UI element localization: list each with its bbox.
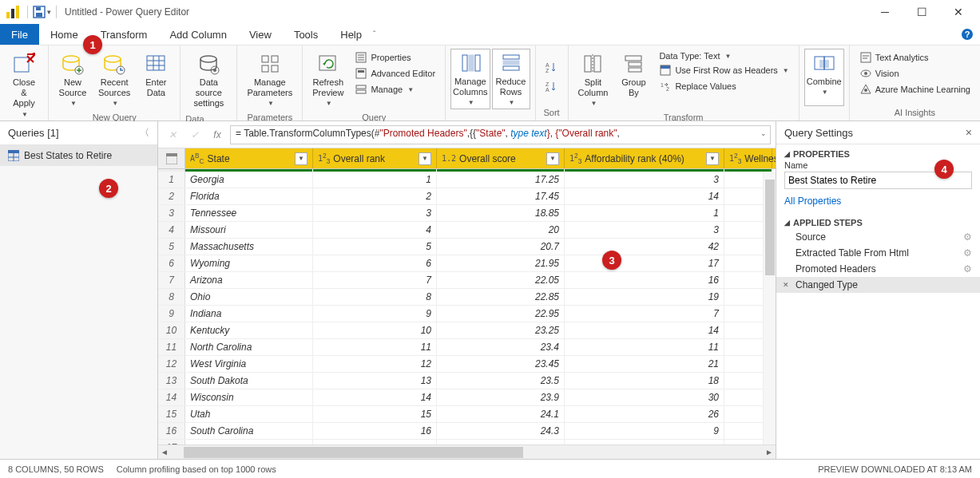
cell[interactable]: Indiana <box>185 306 313 322</box>
table-row[interactable]: 6Wyoming621.9517 <box>158 255 776 272</box>
table-row[interactable]: 10Kentucky1023.2514 <box>158 322 776 339</box>
cell[interactable]: 23.4 <box>437 339 565 355</box>
formula-input[interactable]: = Table.TransformColumnTypes(#"Promoted … <box>230 125 771 144</box>
combine-button[interactable]: Combine▼ <box>804 49 844 106</box>
cell[interactable]: Wisconsin <box>185 389 313 405</box>
formula-expand-icon[interactable]: ⌄ <box>760 129 767 137</box>
help-icon[interactable]: ? <box>961 24 974 45</box>
group-by-button[interactable]: Group By <box>614 49 653 111</box>
new-source-button[interactable]: New Source▼ <box>54 49 92 111</box>
cell[interactable]: Tennessee <box>185 205 313 221</box>
cell[interactable]: North Carolina <box>185 339 313 355</box>
close-window-button[interactable]: ✕ <box>940 0 977 24</box>
azure-ml-button[interactable]: Azure Machine Learning <box>858 82 972 97</box>
table-row[interactable]: 8Ohio822.8519 <box>158 289 776 306</box>
collapse-queries-icon[interactable]: 〈 <box>140 126 149 140</box>
cell[interactable]: 17 <box>565 255 724 271</box>
cell[interactable]: 18 <box>565 373 724 389</box>
cell[interactable]: 24.3 <box>437 423 565 439</box>
cell[interactable]: 3 <box>313 205 437 221</box>
table-row[interactable]: 1Georgia117.253 <box>158 172 776 188</box>
cell[interactable]: Utah <box>185 406 313 422</box>
vision-button[interactable]: Vision <box>858 66 972 81</box>
close-apply-button[interactable]: Close & Apply▼ <box>5 49 43 121</box>
cell[interactable]: 1 <box>565 205 724 221</box>
ribbon-collapse-chevron[interactable]: ˆ <box>373 24 375 45</box>
cell[interactable]: Wyoming <box>185 255 313 271</box>
sort-asc-button[interactable]: AZ <box>544 61 560 75</box>
recent-sources-button[interactable]: Recent Sources▼ <box>93 49 135 111</box>
column-filter-dropdown[interactable]: ▼ <box>546 152 559 165</box>
table-row[interactable]: 15Utah1524.126 <box>158 406 776 423</box>
table-row[interactable]: 14Wisconsin1423.930 <box>158 389 776 406</box>
help-menu[interactable]: Help <box>329 24 373 45</box>
cell[interactable]: 16 <box>565 272 724 288</box>
cell[interactable]: Ohio <box>185 289 313 305</box>
table-row[interactable]: 7Arizona722.0516 <box>158 272 776 289</box>
cell[interactable]: Missouri <box>185 222 313 238</box>
manage-parameters-button[interactable]: Manage Parameters▼ <box>242 49 297 111</box>
cell[interactable]: 23.45 <box>437 356 565 372</box>
home-menu[interactable]: Home <box>39 24 89 45</box>
cell[interactable]: 6 <box>313 255 437 271</box>
cell[interactable]: Arizona <box>185 272 313 288</box>
column-filter-dropdown[interactable]: ▼ <box>706 152 719 165</box>
query-item[interactable]: Best States to Retire <box>0 145 157 166</box>
cell[interactable]: 17.45 <box>437 188 565 204</box>
cell[interactable]: 42 <box>565 239 724 255</box>
enter-data-button[interactable]: Enter Data <box>137 49 175 111</box>
view-menu[interactable]: View <box>238 24 283 45</box>
cell[interactable]: 20 <box>437 222 565 238</box>
table-row[interactable]: 13South Dakota1323.518 <box>158 373 776 389</box>
cell[interactable]: 30 <box>565 389 724 405</box>
cell[interactable]: 21.95 <box>437 255 565 271</box>
cell[interactable]: 24.1 <box>437 406 565 422</box>
cell[interactable]: 3 <box>565 222 724 238</box>
close-settings-icon[interactable]: × <box>966 126 972 139</box>
sort-desc-button[interactable]: ZA <box>544 80 560 94</box>
cell[interactable]: 22.85 <box>437 289 565 305</box>
fx-icon[interactable]: fx <box>208 125 227 144</box>
table-row[interactable]: 3Tennessee318.851 <box>158 205 776 222</box>
applied-step[interactable]: Source⚙ <box>776 229 980 245</box>
save-icon[interactable] <box>33 6 46 18</box>
cell[interactable]: Kentucky <box>185 322 313 338</box>
grid-corner[interactable] <box>158 148 185 168</box>
properties-section[interactable]: ◢PROPERTIES <box>776 144 980 160</box>
cell[interactable]: 26 <box>565 406 724 422</box>
column-header[interactable]: 123Wellnes <box>724 148 772 168</box>
column-filter-dropdown[interactable]: ▼ <box>419 152 431 165</box>
cell[interactable]: 14 <box>565 322 724 338</box>
table-row[interactable]: 11North Carolina1123.411 <box>158 339 776 356</box>
step-gear-icon[interactable]: ⚙ <box>963 247 972 259</box>
vertical-scrollbar[interactable] <box>763 172 776 444</box>
cell[interactable]: 7 <box>565 306 724 322</box>
cell[interactable]: 12 <box>313 356 437 372</box>
file-menu[interactable]: File <box>0 24 39 45</box>
cell[interactable]: 16 <box>313 423 437 439</box>
text-analytics-button[interactable]: Text Analytics <box>858 50 972 65</box>
column-filter-dropdown[interactable]: ▼ <box>295 152 307 165</box>
advanced-editor-button[interactable]: Advanced Editor <box>353 66 437 81</box>
table-row[interactable]: 2Florida217.4514 <box>158 188 776 205</box>
cell[interactable]: 21 <box>565 356 724 372</box>
cell[interactable]: 9 <box>313 306 437 322</box>
cell[interactable]: 19 <box>565 289 724 305</box>
column-header[interactable]: 123Affordability rank (40%)▼ <box>565 148 724 168</box>
cell[interactable]: 13 <box>313 373 437 389</box>
cell[interactable]: South Dakota <box>185 373 313 389</box>
qat-dropdown[interactable]: ▾ <box>47 8 51 16</box>
table-row[interactable]: 9Indiana922.957 <box>158 306 776 322</box>
cell[interactable]: 9 <box>565 423 724 439</box>
cell[interactable]: 23.9 <box>437 389 565 405</box>
split-column-button[interactable]: Split Column▼ <box>573 49 613 111</box>
maximize-button[interactable]: ☐ <box>903 0 940 24</box>
cell[interactable]: West Virginia <box>185 356 313 372</box>
cell[interactable]: 22.95 <box>437 306 565 322</box>
cell[interactable]: Georgia <box>185 172 313 188</box>
cell[interactable]: 14 <box>565 188 724 204</box>
cell[interactable]: 7 <box>313 272 437 288</box>
cell[interactable]: 22.05 <box>437 272 565 288</box>
cancel-formula-icon[interactable]: ✕ <box>163 125 182 144</box>
cell[interactable]: 18.85 <box>437 205 565 221</box>
